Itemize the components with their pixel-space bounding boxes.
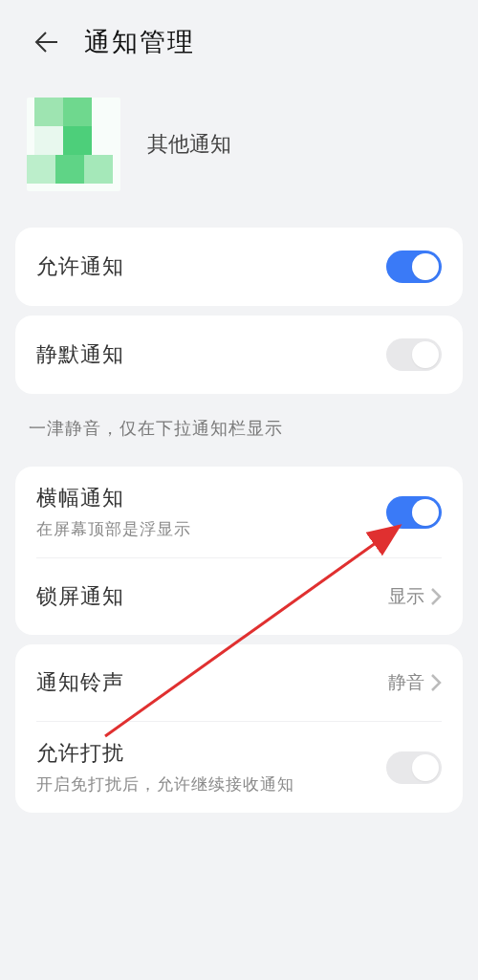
page-title: 通知管理	[84, 25, 195, 59]
app-name: 其他通知	[147, 130, 231, 159]
chevron-right-icon	[430, 587, 442, 606]
banner-row[interactable]: 横幅通知 在屏幕顶部是浮显示	[15, 467, 463, 557]
silent-notifications-label: 静默通知	[36, 340, 124, 369]
allow-notifications-row[interactable]: 允许通知	[15, 228, 463, 306]
app-info: 其他通知	[0, 78, 478, 218]
allow-disturb-sub: 开启免打扰后，允许继续接收通知	[36, 773, 294, 795]
banner-label: 横幅通知	[36, 484, 191, 512]
ringtone-row[interactable]: 通知铃声 静音	[15, 644, 463, 721]
app-icon	[27, 98, 120, 191]
allow-disturb-row[interactable]: 允许打扰 开启免打扰后，允许继续接收通知	[15, 722, 463, 813]
toggle-knob	[412, 341, 439, 368]
silent-notifications-row[interactable]: 静默通知	[15, 316, 463, 394]
allow-disturb-label: 允许打扰	[36, 739, 294, 768]
banner-toggle[interactable]	[386, 496, 442, 529]
back-button[interactable]	[27, 23, 65, 61]
allow-notifications-label: 允许通知	[36, 252, 124, 281]
chevron-right-icon	[430, 673, 442, 692]
lock-screen-row[interactable]: 锁屏通知 显示	[15, 558, 463, 635]
silent-notifications-toggle[interactable]	[386, 338, 442, 371]
banner-lock-card: 横幅通知 在屏幕顶部是浮显示 锁屏通知 显示	[15, 467, 463, 635]
ringtone-value: 静音	[388, 670, 424, 695]
allow-notifications-card: 允许通知	[15, 228, 463, 306]
silent-notifications-card: 静默通知	[15, 316, 463, 394]
ringtone-label: 通知铃声	[36, 668, 124, 697]
header: 通知管理	[0, 0, 478, 78]
toggle-knob	[412, 253, 439, 280]
lock-screen-value: 显示	[388, 584, 424, 609]
banner-sub: 在屏幕顶部是浮显示	[36, 518, 191, 540]
allow-disturb-toggle[interactable]	[386, 751, 442, 784]
ringtone-disturb-card: 通知铃声 静音 允许打扰 开启免打扰后，允许继续接收通知	[15, 644, 463, 813]
silent-note: 一津静音，仅在下拉通知栏显示	[0, 403, 478, 457]
lock-screen-label: 锁屏通知	[36, 582, 124, 611]
allow-notifications-toggle[interactable]	[386, 250, 442, 283]
toggle-knob	[412, 754, 439, 781]
toggle-knob	[412, 499, 439, 526]
back-arrow-icon	[31, 27, 61, 57]
